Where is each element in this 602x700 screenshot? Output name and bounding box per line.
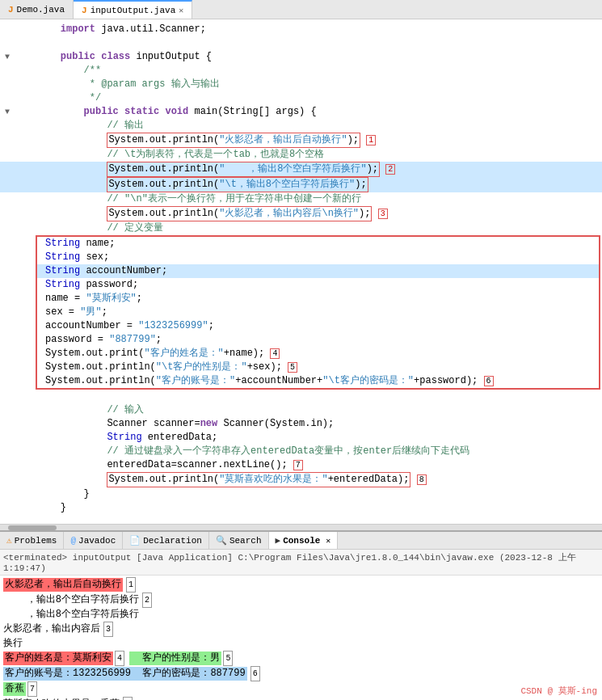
- code-line-main: ▼ public static void main(String[] args)…: [0, 105, 602, 119]
- code-line-comment-input: // 输入: [0, 403, 602, 417]
- code-line-assign-name: name = "莫斯利安";: [37, 292, 599, 306]
- tab-console[interactable]: ▶ Console ✕: [269, 532, 339, 549]
- java-icon-active: J: [82, 6, 87, 15]
- console-text-4: 客户的姓名是：莫斯利安: [3, 652, 113, 665]
- tab-javadoc-label: Javadoc: [78, 536, 116, 546]
- console-text-2b: ，输出8个空白字符后换行: [3, 608, 139, 622]
- code-line-class: ▼ public class inputOutput {: [0, 50, 602, 64]
- code-line-blank2: [0, 390, 602, 403]
- code-line-comment-tab: // \t为制表符，代表是一个tab，也就是8个空格: [0, 148, 602, 162]
- code-line-comment-var: // 定义变量: [0, 221, 602, 235]
- tab-search-label: Search: [229, 536, 262, 546]
- console-badge-3: 3: [103, 622, 113, 637]
- code-line-comment-output: // 输出: [0, 119, 602, 133]
- code-line-close1: }: [0, 487, 602, 501]
- console-text-7: 香蕉: [3, 682, 26, 696]
- horizontal-scrollbar[interactable]: [0, 524, 602, 530]
- code-line-println6: System.out.println("客户的账号是："+accountNumb…: [37, 374, 599, 388]
- console-output: 火影忍者，输出后自动换行 1 ，输出8个空白字符后换行 2 ，输出8个空白字符后…: [0, 576, 602, 700]
- code-line-println2a: System.out.println(" ，输出8个空白字符后换行"); 2: [0, 162, 602, 177]
- tab-problems-label: Problems: [15, 536, 57, 546]
- declaration-icon: 📄: [129, 535, 141, 546]
- console-badge-8: 8: [123, 697, 133, 700]
- code-line-println1: System.out.println("火影忍者，输出后自动换行"); 1: [0, 133, 602, 148]
- console-text-6: 客户的账号是：1323256999 客户的密码是：887799: [3, 667, 247, 681]
- java-icon: J: [8, 5, 14, 15]
- console-line-45: 客户的姓名是：莫斯利安 4 客户的性别是：男 5: [3, 651, 599, 666]
- code-line-assign-password: password = "887799";: [37, 333, 599, 347]
- code-line-javadoc1: /**: [0, 64, 602, 78]
- console-text-5: 客户的性别是：男: [129, 652, 221, 665]
- tab-problems[interactable]: ⚠ Problems: [0, 532, 64, 549]
- code-line-assign-account: accountNumber = "1323256999";: [37, 319, 599, 333]
- console-badge-2: 2: [142, 592, 152, 608]
- console-icon: ▶: [276, 535, 281, 546]
- bottom-tabs: ⚠ Problems @ Javadoc 📄 Declaration 🔍 Sea…: [0, 532, 602, 550]
- code-line-var-sex: String sex;: [37, 251, 599, 264]
- main-collapse[interactable]: ▼: [2, 105, 13, 119]
- console-line-7: 香蕉7: [3, 681, 599, 697]
- variable-section: String name; String sex; String accountN…: [36, 235, 600, 390]
- code-line-comment-newline: // "\n"表示一个换行符，用于在字符串中创建一个新的行: [0, 192, 602, 206]
- tab-console-label: Console: [283, 536, 320, 546]
- console-badge-6: 6: [250, 666, 260, 681]
- main-window: J Demo.java J inputOutput.java ✕ import …: [0, 0, 602, 700]
- console-line-2b: ，输出8个空白字符后换行: [3, 608, 599, 622]
- console-badge-7: 7: [27, 681, 37, 697]
- tab-javadoc[interactable]: @ Javadoc: [64, 532, 123, 549]
- tab-demo-label: Demo.java: [17, 5, 65, 15]
- javadoc-icon: @: [70, 536, 76, 546]
- code-line-scanner: Scanner scanner=new Scanner(System.in);: [0, 417, 602, 431]
- console-text-3: 火影忍者，输出内容后: [3, 622, 100, 636]
- close-console-button[interactable]: ✕: [326, 536, 330, 546]
- console-line-8: 莫斯喜欢吃的水果是：香蕉 8: [3, 697, 599, 700]
- tab-inputoutput[interactable]: J inputOutput.java ✕: [74, 0, 192, 19]
- tab-bar: J Demo.java J inputOutput.java ✕: [0, 0, 602, 19]
- console-badge-1: 1: [126, 577, 136, 592]
- tab-declaration[interactable]: 📄 Declaration: [123, 532, 209, 549]
- console-header: <terminated> inputOutput [Java Applicati…: [0, 550, 602, 576]
- console-text-1: 火影忍者，输出后自动换行: [3, 578, 123, 592]
- class-collapse[interactable]: ▼: [2, 50, 13, 64]
- bottom-panel: ⚠ Problems @ Javadoc 📄 Declaration 🔍 Sea…: [0, 530, 602, 700]
- code-line-entered: String enteredData;: [0, 431, 602, 445]
- close-tab-button[interactable]: ✕: [179, 6, 183, 15]
- code-line-close2: }: [0, 501, 602, 515]
- editor-area: import java.util.Scanner; ▼ public class…: [0, 19, 602, 530]
- console-line-3: 火影忍者，输出内容后 3: [3, 622, 599, 637]
- console-line-1: 火影忍者，输出后自动换行 1: [3, 577, 599, 592]
- console-badge-5: 5: [223, 651, 233, 666]
- code-line-println-fruit: System.out.println("莫斯喜欢吃的水果是："+enteredD…: [0, 472, 602, 487]
- warning-icon: ⚠: [6, 535, 12, 546]
- scrollbar-thumb[interactable]: [8, 525, 57, 530]
- search-tab-icon: 🔍: [216, 535, 227, 546]
- code-line-assign-sex: sex = "男";: [37, 306, 599, 319]
- code-line-var-name: String name;: [37, 237, 599, 251]
- code-line-javadoc2: * @param args 输入与输出: [0, 78, 602, 91]
- code-line-comment-keyboard: // 通过键盘录入一个字符串存入enteredData变量中，按enter后继续…: [0, 445, 602, 458]
- tab-search[interactable]: 🔍 Search: [209, 532, 269, 549]
- tab-demo[interactable]: J Demo.java: [0, 0, 74, 19]
- console-badge-4: 4: [115, 651, 124, 666]
- code-content[interactable]: import java.util.Scanner; ▼ public class…: [0, 19, 602, 524]
- code-line-println5: System.out.println("\t客户的性别是："+sex); 5: [37, 361, 599, 374]
- code-line-import: import java.util.Scanner;: [0, 23, 602, 36]
- csdn-watermark: CSDN @ 莫斯-ing: [520, 685, 597, 697]
- console-line-3b: 换行: [3, 637, 599, 651]
- console-header-text: <terminated> inputOutput [Java Applicati…: [3, 553, 576, 573]
- code-line-javadoc3: */: [0, 91, 602, 105]
- console-line-6: 客户的账号是：1323256999 客户的密码是：887799 6: [3, 666, 599, 681]
- tab-inputoutput-label: inputOutput.java: [91, 6, 176, 15]
- code-line-print4: System.out.print("客户的姓名是："+name); 4: [37, 347, 599, 361]
- code-line-var-password: String password;: [37, 278, 599, 292]
- code-line-println3: System.out.println("火影忍者，输出内容后\n换行"); 3: [0, 206, 602, 221]
- console-line-2: ，输出8个空白字符后换行 2: [3, 592, 599, 608]
- code-line-blank1: [0, 36, 602, 50]
- console-text-3b: 换行: [3, 637, 23, 651]
- console-text-2a: ，输出8个空白字符后换行: [3, 593, 139, 607]
- tab-declaration-label: Declaration: [143, 536, 202, 546]
- code-line-nextline: enteredData=scanner.nextLine(); 7: [0, 458, 602, 472]
- code-line-println2b: System.out.println("\t，输出8个空白字符后换行");: [0, 177, 602, 192]
- code-line-var-account: String accountNumber;: [37, 264, 599, 278]
